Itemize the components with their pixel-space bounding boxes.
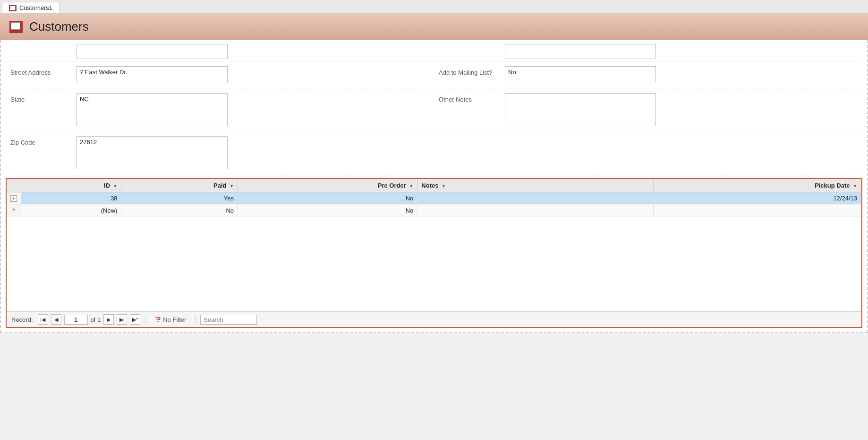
partial-top-row <box>10 40 858 61</box>
col-header-preorder[interactable]: Pre Order ▼ <box>238 179 417 192</box>
row-id-cell[interactable]: 38 <box>21 192 121 205</box>
tab-table-icon <box>9 5 17 11</box>
nav-separator-2 <box>195 315 196 324</box>
search-input[interactable] <box>200 315 257 325</box>
nav-last-button[interactable]: ▶| <box>117 314 127 325</box>
pickup-date-sort-icon: ▼ <box>853 184 857 189</box>
table-row[interactable]: + 38 Yes No 12/24/13 <box>7 192 861 205</box>
col-header-id[interactable]: ID ▼ <box>21 179 121 192</box>
nav-first-button[interactable]: |◀ <box>38 314 48 325</box>
new-row-star: * <box>13 207 15 214</box>
row-pickup-date-cell-new[interactable] <box>654 205 861 217</box>
state-label: State <box>10 93 72 103</box>
preorder-sort-icon: ▼ <box>409 184 413 189</box>
filter-icon <box>154 316 161 323</box>
page-title: Customers <box>29 19 89 34</box>
row-notes-cell-new[interactable] <box>417 205 654 217</box>
row-expand-cell[interactable]: + <box>7 192 21 205</box>
content-area: Street Address 7 East Walker Dr. Add to … <box>0 40 868 333</box>
header-table-icon <box>9 21 23 33</box>
nav-separator <box>145 315 145 324</box>
state-row: State NC Other Notes <box>10 88 858 131</box>
navigation-bar: Record: |◀ ◀ of 1 ▶ ▶| ▶* <box>7 311 861 327</box>
tab-label: Customers1 <box>19 4 52 11</box>
col-header-paid[interactable]: Paid ▼ <box>121 179 238 192</box>
partial-right-input[interactable] <box>505 44 656 59</box>
zip-code-row: Zip Code 27612 <box>10 131 858 174</box>
mailing-list-label: Add to Mailing List? <box>439 66 500 76</box>
row-indicator-header <box>7 179 21 192</box>
subform-table: ID ▼ Paid ▼ Pre Order ▼ Notes <box>7 179 861 311</box>
expand-button[interactable]: + <box>10 195 17 202</box>
mailing-list-input[interactable]: No <box>505 66 656 83</box>
street-address-input[interactable]: 7 East Walker Dr. <box>77 66 228 83</box>
partial-left-label <box>10 44 72 47</box>
notes-sort-icon: ▼ <box>442 184 446 189</box>
zip-code-input[interactable]: 27612 <box>77 136 228 169</box>
empty-space <box>7 217 861 311</box>
street-address-row: Street Address 7 East Walker Dr. Add to … <box>10 61 858 88</box>
row-id-cell-new[interactable]: (New) <box>21 205 121 217</box>
col-header-notes[interactable]: Notes ▼ <box>417 179 654 192</box>
paid-sort-icon: ▼ <box>230 184 234 189</box>
col-header-pickup-date[interactable]: Pickup Date ▼ <box>654 179 861 192</box>
row-new-indicator: * <box>7 205 21 217</box>
street-address-label: Street Address <box>10 66 72 76</box>
nav-next-button[interactable]: ▶ <box>103 314 114 325</box>
nav-new-button[interactable]: ▶* <box>130 314 140 325</box>
row-pickup-date-cell[interactable]: 12/24/13 <box>654 192 861 205</box>
id-sort-icon: ▼ <box>113 184 117 189</box>
no-filter-label: No Filter <box>163 316 186 323</box>
state-input[interactable]: NC <box>77 93 228 126</box>
nav-prev-button[interactable]: ◀ <box>51 314 61 325</box>
partial-right-label <box>439 44 500 47</box>
partial-left-input[interactable] <box>77 44 228 59</box>
table-header-row: ID ▼ Paid ▼ Pre Order ▼ Notes <box>7 179 861 192</box>
subform-container: ID ▼ Paid ▼ Pre Order ▼ Notes <box>6 178 862 328</box>
row-notes-cell[interactable] <box>417 192 654 205</box>
no-filter-button[interactable]: No Filter <box>150 315 190 325</box>
total-records-label: of 1 <box>91 316 101 323</box>
table-row[interactable]: * (New) No No <box>7 205 861 217</box>
page-header: Customers <box>0 14 868 40</box>
tab-customers1[interactable]: Customers1 <box>2 2 60 13</box>
zip-code-label: Zip Code <box>10 136 72 146</box>
current-record-input[interactable] <box>64 315 88 325</box>
row-paid-cell[interactable]: Yes <box>121 192 238 205</box>
row-preorder-cell-new[interactable]: No <box>238 205 417 217</box>
record-nav-label: Record: <box>11 316 33 323</box>
row-paid-cell-new[interactable]: No <box>121 205 238 217</box>
empty-row <box>7 217 861 311</box>
other-notes-input[interactable] <box>505 93 656 126</box>
other-notes-label: Other Notes <box>439 93 500 103</box>
row-preorder-cell[interactable]: No <box>238 192 417 205</box>
